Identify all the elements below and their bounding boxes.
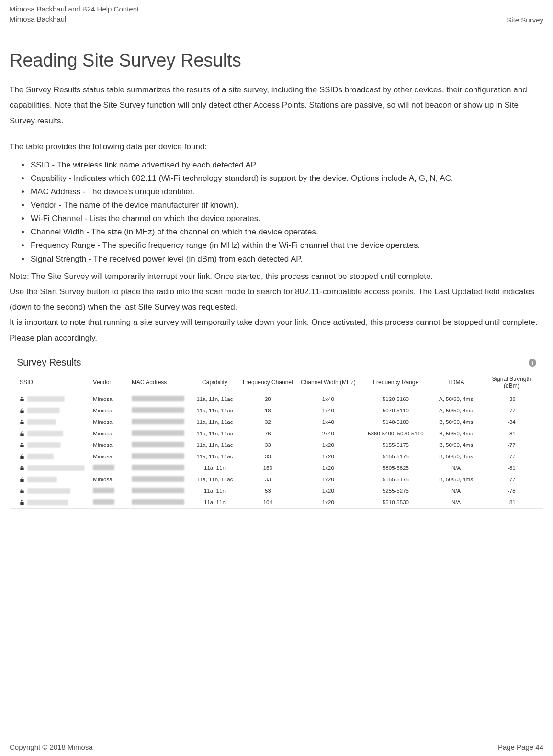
signal-cell: -38 <box>480 393 543 405</box>
capability-cell: 11a, 11n, 11ac <box>191 428 239 439</box>
list-item: Wi-Fi Channel - Lists the channel on whi… <box>30 212 543 225</box>
footer-right: Page Page 44 <box>498 743 543 751</box>
panel-header: Survey Results i <box>10 352 543 372</box>
ssid-redacted <box>27 396 65 402</box>
vendor-cell <box>89 497 128 508</box>
col-signal: Signal Strength (dBm) <box>480 372 543 393</box>
range-cell: 5120-5160 <box>360 393 432 405</box>
col-vendor: Vendor <box>89 372 128 393</box>
width-cell: 1x40 <box>297 393 360 405</box>
vendor-redacted <box>93 488 114 493</box>
capability-cell: 11a, 11n <box>191 462 239 474</box>
capability-cell: 11a, 11n <box>191 497 239 508</box>
important-paragraph: It is important to note that running a s… <box>10 315 543 346</box>
channel-cell: 18 <box>239 405 297 416</box>
signal-cell: -34 <box>480 416 543 428</box>
ssid-cell <box>20 477 85 482</box>
mac-cell <box>128 405 191 416</box>
mac-cell <box>128 393 191 405</box>
info-icon[interactable]: i <box>529 359 536 367</box>
capability-cell: 11a, 11n, 11ac <box>191 474 239 485</box>
signal-cell: -81 <box>480 497 543 508</box>
mac-redacted <box>132 396 184 401</box>
capability-cell: 11a, 11n, 11ac <box>191 405 239 416</box>
width-cell: 1x20 <box>297 474 360 485</box>
range-cell: 5140-5180 <box>360 416 432 428</box>
table-row: Mimosa11a, 11n, 11ac762x405360-5400, 507… <box>10 428 543 439</box>
signal-cell: -81 <box>480 462 543 474</box>
lock-icon <box>20 443 24 448</box>
range-cell: 5255-5275 <box>360 485 432 497</box>
ssid-redacted <box>27 431 63 436</box>
footer-left: Copyright © 2018 Mimosa <box>10 743 93 751</box>
table-row: Mimosa11a, 11n, 11ac331x205155-5175B, 50… <box>10 439 543 451</box>
lock-icon <box>20 397 24 402</box>
ssid-redacted <box>27 465 85 471</box>
mac-redacted <box>132 430 184 436</box>
vendor-cell: Mimosa <box>89 474 128 485</box>
width-cell: 1x40 <box>297 405 360 416</box>
signal-cell: -77 <box>480 405 543 416</box>
table-row: 11a, 11n531x205255-5275N/A-78 <box>10 485 543 497</box>
lock-icon <box>20 500 24 505</box>
survey-results-panel: Survey Results i SSID Vendor MAC Address… <box>10 352 543 509</box>
mac-redacted <box>132 407 184 413</box>
start-paragraph: Use the Start Survey button to place the… <box>10 284 543 315</box>
ssid-cell <box>20 431 85 436</box>
width-cell: 1x40 <box>297 416 360 428</box>
range-cell: 5155-5175 <box>360 474 432 485</box>
channel-cell: 33 <box>239 439 297 451</box>
table-row: Mimosa11a, 11n, 11ac281x405120-5160A, 50… <box>10 393 543 405</box>
panel-title: Survey Results <box>17 357 81 368</box>
col-tdma: TDMA <box>432 372 480 393</box>
lock-icon <box>20 431 24 436</box>
mac-cell <box>128 451 191 462</box>
lock-icon <box>20 420 24 425</box>
ssid-cell <box>20 396 85 402</box>
signal-cell: -77 <box>480 439 543 451</box>
mac-cell <box>128 439 191 451</box>
range-cell: 5360-5400, 5070-5110 <box>360 428 432 439</box>
range-cell: 5155-5175 <box>360 439 432 451</box>
mac-redacted <box>132 465 184 470</box>
col-capability: Capability <box>191 372 239 393</box>
list-item: Capability - Indicates which 802.11 (Wi-… <box>30 172 543 185</box>
ssid-redacted <box>27 488 70 494</box>
vendor-cell: Mimosa <box>89 393 128 405</box>
vendor-cell: Mimosa <box>89 428 128 439</box>
tdma-cell: B, 50/50, 4ms <box>432 428 480 439</box>
width-cell: 1x20 <box>297 497 360 508</box>
intro-paragraph2: The table provides the following data pe… <box>10 139 543 155</box>
width-cell: 1x20 <box>297 462 360 474</box>
lock-icon <box>20 454 24 459</box>
table-row: 11a, 11n1631x205805-5825N/A-81 <box>10 462 543 474</box>
tdma-cell: B, 50/50, 4ms <box>432 451 480 462</box>
col-ssid: SSID <box>10 372 89 393</box>
width-cell: 1x20 <box>297 451 360 462</box>
signal-cell: -81 <box>480 428 543 439</box>
mac-cell <box>128 416 191 428</box>
range-cell: 5805-5825 <box>360 462 432 474</box>
vendor-cell: Mimosa <box>89 416 128 428</box>
range-cell: 5070-5110 <box>360 405 432 416</box>
channel-cell: 28 <box>239 393 297 405</box>
capability-cell: 11a, 11n, 11ac <box>191 416 239 428</box>
tdma-cell: B, 50/50, 4ms <box>432 416 480 428</box>
table-row: 11a, 11n1041x205510-5530N/A-81 <box>10 497 543 508</box>
tdma-cell: A, 50/50, 4ms <box>432 393 480 405</box>
ssid-redacted <box>27 500 68 505</box>
lock-icon <box>20 466 24 471</box>
table-row: Mimosa11a, 11n, 11ac331x205155-5175B, 50… <box>10 451 543 462</box>
mac-cell <box>128 428 191 439</box>
table-row: Mimosa11a, 11n, 11ac331x205155-5175B, 50… <box>10 474 543 485</box>
mac-redacted <box>132 453 184 459</box>
ssid-redacted <box>27 442 61 448</box>
header-right: Site Survey <box>507 16 543 24</box>
signal-cell: -77 <box>480 451 543 462</box>
table-row: Mimosa11a, 11n, 11ac181x405070-5110A, 50… <box>10 405 543 416</box>
mac-redacted <box>132 499 184 505</box>
vendor-redacted <box>93 499 114 505</box>
ssid-redacted <box>27 419 56 425</box>
width-cell: 2x40 <box>297 428 360 439</box>
width-cell: 1x20 <box>297 439 360 451</box>
